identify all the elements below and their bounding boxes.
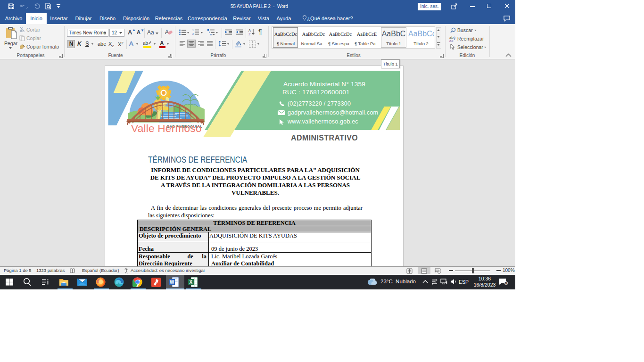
svg-text:(02)2773220 / 2773300: (02)2773220 / 2773300 <box>288 100 351 107</box>
svg-text:X: X <box>190 280 193 285</box>
svg-text:4: 4 <box>505 282 507 285</box>
svg-text:W: W <box>170 280 174 285</box>
svg-text:A: A <box>165 29 169 35</box>
svg-text:Acuerdo Ministerial N° 1359: Acuerdo Ministerial N° 1359 <box>283 81 365 88</box>
svg-text:Z: Z <box>248 32 251 36</box>
svg-text:gadprvallehermoso@hotmail.com: gadprvallehermoso@hotmail.com <box>288 109 378 116</box>
svg-text:Valle Hermoso: Valle Hermoso <box>131 122 202 134</box>
svg-text:ac: ac <box>449 39 453 42</box>
svg-text:1: 1 <box>192 29 194 32</box>
svg-text:2: 2 <box>192 33 194 35</box>
svg-text:www.vallehermoso.gob.ec: www.vallehermoso.gob.ec <box>287 118 358 125</box>
svg-text:RUC : 1768120600001: RUC : 1768120600001 <box>282 89 350 96</box>
